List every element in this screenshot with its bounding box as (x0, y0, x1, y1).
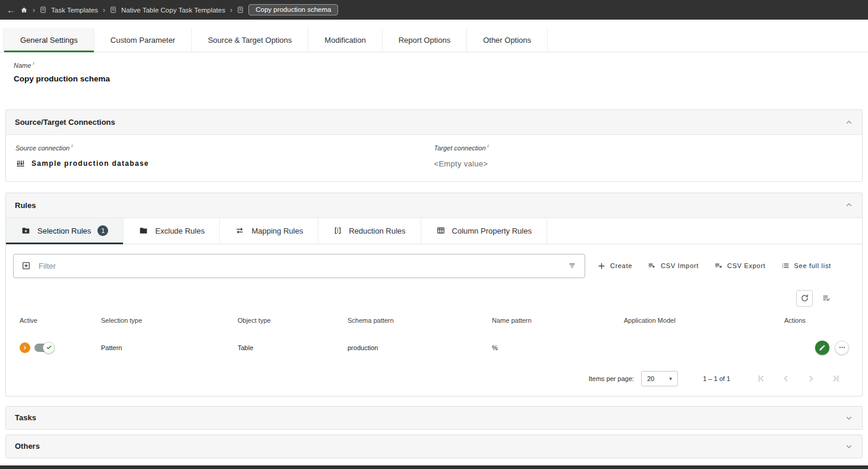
collapse-chevron-down-icon[interactable] (845, 442, 853, 451)
previous-page-button[interactable] (781, 374, 791, 383)
rules-tab-reduction[interactable]: Reduction Rules (318, 218, 421, 244)
rules-table-header: Active Selection type Object type Schema… (6, 311, 862, 329)
rules-pagination: Items per page: 20 ▾ 1 – 1 of 1 (6, 366, 862, 396)
csv-import-button[interactable]: CSV Import (647, 262, 699, 270)
rules-tab-mapping[interactable]: Mapping Rules (220, 218, 318, 244)
last-page-button[interactable] (831, 374, 841, 383)
active-status-arrow-icon (20, 342, 30, 353)
breadcrumb-native-table-copy[interactable]: Native Table Copy Task Templates (121, 7, 225, 14)
cell-name-pattern: % (492, 344, 624, 351)
connections-panel: Source/Target Connections Source connect… (5, 109, 863, 182)
first-page-button[interactable] (756, 374, 766, 383)
name-value: Copy production schema (14, 74, 868, 83)
source-connection-value[interactable]: Sample production database (31, 159, 149, 168)
cell-actions (784, 341, 862, 355)
col-header-object-type: Object type (238, 317, 348, 324)
table-row: Pattern Table production % (6, 329, 862, 366)
edit-rule-button[interactable] (815, 341, 829, 355)
tab-general-settings[interactable]: General Settings (4, 28, 94, 52)
breadcrumb-task-templates[interactable]: Task Templates (51, 7, 98, 14)
rules-panel: Rules Selection Rules 1 Exclude Rules (5, 193, 863, 396)
collapse-chevron-up-icon[interactable] (845, 118, 853, 127)
tasks-panel: Tasks (5, 406, 863, 430)
rules-tab-column-property[interactable]: Column Property Rules (421, 218, 547, 244)
col-header-actions: Actions (784, 317, 862, 324)
connections-body: Source connection i Sample production da… (6, 135, 862, 181)
rules-tab-exclude[interactable]: Exclude Rules (124, 218, 220, 244)
list-check-button[interactable] (818, 290, 835, 307)
active-toggle[interactable] (34, 344, 53, 352)
tab-other-options[interactable]: Other Options (467, 28, 548, 52)
database-connection-icon (15, 159, 26, 168)
collapse-chevron-up-icon[interactable] (845, 201, 853, 209)
next-page-button[interactable] (806, 374, 816, 383)
csv-export-button[interactable]: CSV Export (714, 262, 765, 270)
rules-tab-label: Selection Rules (37, 226, 91, 235)
filter-input[interactable] (37, 261, 561, 271)
rules-tabbar: Selection Rules 1 Exclude Rules Mapping … (6, 218, 862, 244)
refresh-button[interactable] (796, 290, 813, 307)
row-more-actions-button[interactable] (835, 341, 849, 355)
tab-report-options[interactable]: Report Options (383, 28, 467, 52)
target-connection-label: Target connection i (434, 143, 853, 152)
home-icon[interactable] (20, 7, 28, 14)
grid-plus-icon (21, 261, 31, 270)
cell-active (20, 342, 101, 353)
template-doc-icon (110, 6, 116, 14)
rules-tab-label: Exclude Rules (155, 226, 204, 235)
breadcrumb-current-chip[interactable]: Copy production schema (248, 4, 338, 15)
plus-icon (597, 262, 606, 270)
csv-export-icon (714, 262, 723, 270)
info-mark: i (71, 143, 72, 149)
template-doc-icon (237, 6, 244, 14)
breadcrumb-bar: ← › Task Templates › Native Table Copy T… (0, 0, 868, 20)
selection-rules-count-badge: 1 (97, 225, 108, 236)
items-per-page-select[interactable]: 20 ▾ (641, 371, 678, 386)
col-header-application-model: Application Model (624, 317, 784, 324)
footer-bar (0, 465, 868, 469)
others-panel-header[interactable]: Others (6, 435, 862, 458)
cell-selection-type: Pattern (101, 344, 238, 351)
back-icon[interactable]: ← (7, 5, 15, 14)
rules-table-toolbar (6, 285, 862, 311)
main-tabbar: General Settings Custom Parameter Source… (0, 28, 868, 52)
info-mark: i (33, 61, 34, 66)
col-header-selection-type: Selection type (101, 317, 238, 324)
name-section: Name i Copy production schema (0, 52, 868, 109)
folder-icon (138, 226, 149, 235)
col-header-schema-pattern: Schema pattern (348, 317, 492, 324)
pager-nav (756, 374, 841, 383)
collapse-chevron-down-icon[interactable] (845, 414, 853, 422)
csv-import-icon (647, 262, 656, 270)
swap-arrows-icon (235, 226, 245, 235)
others-panel-title: Others (15, 442, 40, 451)
col-header-active: Active (20, 317, 101, 324)
toggle-check-icon (43, 342, 55, 354)
source-connection-col: Source connection i Sample production da… (15, 143, 434, 168)
rules-filter-row: Create CSV Import CSV Export (6, 244, 862, 285)
tab-source-target-options[interactable]: Source & Target Options (192, 28, 308, 52)
connections-panel-title: Source/Target Connections (15, 118, 115, 127)
tasks-panel-title: Tasks (15, 413, 36, 422)
breadcrumb-separator: › (103, 6, 105, 14)
create-button[interactable]: Create (597, 262, 632, 270)
items-per-page-value: 20 (647, 375, 654, 382)
caret-down-icon: ▾ (670, 376, 673, 382)
rules-tab-selection[interactable]: Selection Rules 1 (6, 218, 124, 244)
tab-modification[interactable]: Modification (308, 28, 382, 52)
rules-panel-header[interactable]: Rules (6, 193, 862, 218)
see-full-list-button[interactable]: See full list (781, 262, 831, 270)
breadcrumb-separator: › (33, 6, 35, 14)
tasks-panel-header[interactable]: Tasks (6, 407, 862, 429)
source-connection-label: Source connection i (15, 143, 434, 152)
rules-panel-title: Rules (15, 201, 36, 210)
connections-panel-header[interactable]: Source/Target Connections (6, 110, 862, 135)
filter-field[interactable] (13, 254, 585, 278)
reduction-brackets-icon (333, 226, 342, 235)
folder-plus-icon (21, 226, 31, 235)
others-panel: Others (5, 435, 863, 458)
tab-custom-parameter[interactable]: Custom Parameter (94, 28, 192, 52)
breadcrumb-separator: › (230, 6, 232, 14)
target-connection-empty-value[interactable]: <Empty value> (434, 159, 853, 168)
filter-funnel-icon[interactable] (567, 262, 577, 270)
